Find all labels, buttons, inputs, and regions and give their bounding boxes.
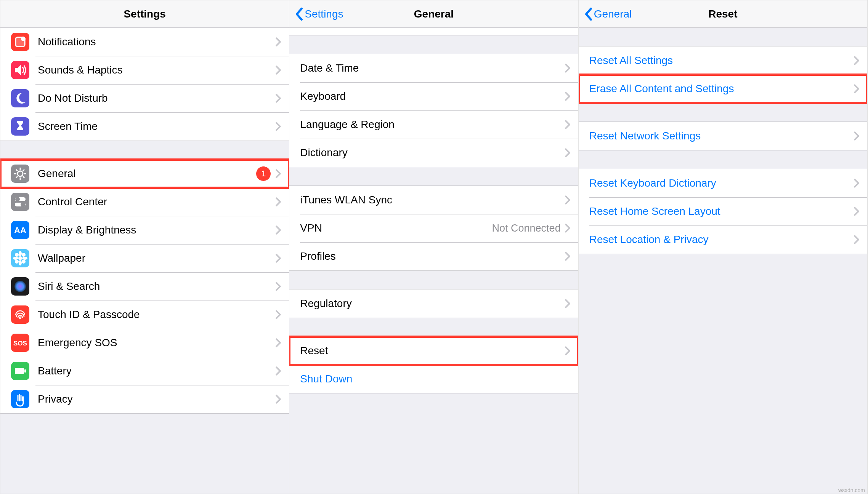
svg-marker-4 <box>18 65 21 75</box>
svg-rect-31 <box>15 368 24 374</box>
navbar-reset: General Reset <box>579 0 867 28</box>
row-label: Profiles <box>300 250 564 262</box>
chevron-right-icon <box>854 206 860 216</box>
chevron-left-icon <box>584 7 592 21</box>
row-label: Language & Region <box>300 118 564 131</box>
row-label: General <box>38 168 256 180</box>
row-erase-all-content-and-settings[interactable]: Erase All Content and Settings <box>579 75 867 103</box>
row-profiles[interactable]: Profiles <box>289 242 578 270</box>
chevron-right-icon <box>565 299 571 309</box>
row-label: Regulatory <box>300 297 564 310</box>
row-battery[interactable]: Battery <box>0 357 289 385</box>
row-reset[interactable]: Reset <box>289 337 578 365</box>
row-label: Notifications <box>38 36 275 48</box>
svg-point-21 <box>19 260 22 265</box>
svg-rect-32 <box>24 369 26 372</box>
fingerprint-icon <box>11 305 29 324</box>
row-language-region[interactable]: Language & Region <box>289 110 578 139</box>
row-dictionary[interactable]: Dictionary <box>289 139 578 167</box>
row-reset-keyboard-dictionary[interactable]: Reset Keyboard Dictionary <box>579 169 867 197</box>
gear-icon <box>11 165 29 183</box>
row-label: Touch ID & Passcode <box>38 309 275 321</box>
chevron-right-icon <box>565 63 571 73</box>
row-keyboard[interactable]: Keyboard <box>289 82 578 110</box>
row-general[interactable]: General1 <box>0 160 289 188</box>
row-emergency-sos[interactable]: SOSEmergency SOS <box>0 329 289 357</box>
row-label: VPN <box>300 222 492 234</box>
row-label: Sounds & Haptics <box>38 64 275 76</box>
row-date-time[interactable]: Date & Time <box>289 54 578 82</box>
chevron-right-icon <box>854 56 860 66</box>
chevron-right-icon <box>275 197 281 207</box>
svg-point-23 <box>22 257 27 260</box>
row-label: Privacy <box>38 393 275 405</box>
chevron-right-icon <box>275 366 281 376</box>
row-screen-time[interactable]: Screen Time <box>0 112 289 141</box>
row-reset-home-screen-layout[interactable]: Reset Home Screen Layout <box>579 197 867 225</box>
row-label: Dictionary <box>300 147 564 159</box>
chevron-right-icon <box>275 281 281 291</box>
sounds-icon <box>11 61 29 79</box>
chevron-right-icon <box>275 310 281 320</box>
svg-point-29 <box>19 317 21 318</box>
settings-list[interactable]: NotificationsSounds & HapticsDo Not Dist… <box>0 28 289 494</box>
back-label: Settings <box>305 8 343 20</box>
row-label: Reset Network Settings <box>589 130 854 142</box>
chevron-right-icon <box>565 148 571 158</box>
row-display-brightness[interactable]: AADisplay & Brightness <box>0 216 289 244</box>
chevron-right-icon <box>275 253 281 263</box>
hourglass-icon <box>11 117 29 136</box>
reset-list[interactable]: Reset All SettingsErase All Content and … <box>579 28 867 494</box>
svg-line-11 <box>23 176 24 178</box>
row-touch-id-passcode[interactable]: Touch ID & Passcode <box>0 301 289 329</box>
chevron-right-icon <box>854 235 860 245</box>
row-label: Siri & Search <box>38 280 275 293</box>
chevron-right-icon <box>275 394 281 404</box>
row-notifications[interactable]: Notifications <box>0 28 289 56</box>
chevron-right-icon <box>275 93 281 103</box>
row-siri-search[interactable]: Siri & Search <box>0 272 289 301</box>
svg-point-15 <box>15 197 20 201</box>
svg-point-5 <box>18 171 23 176</box>
chevron-right-icon <box>275 122 281 131</box>
reset-panel: General Reset Reset All SettingsErase Al… <box>579 0 868 494</box>
row-label: Reset All Settings <box>589 54 854 67</box>
svg-point-24 <box>15 253 19 257</box>
row-label: Shut Down <box>300 373 570 385</box>
hand-icon <box>11 390 29 408</box>
chevron-right-icon <box>854 131 860 141</box>
svg-point-20 <box>19 251 22 256</box>
svg-line-13 <box>16 176 18 178</box>
row-detail: Not Connected <box>492 222 561 234</box>
siri-icon <box>11 277 29 296</box>
svg-point-22 <box>13 257 18 260</box>
row-sounds-haptics[interactable]: Sounds & Haptics <box>0 56 289 84</box>
row-itunes-wlan-sync[interactable]: iTunes WLAN Sync <box>289 186 578 214</box>
row-shut-down[interactable]: Shut Down <box>289 365 578 393</box>
row-label: Display & Brightness <box>38 224 275 236</box>
row-reset-location-privacy[interactable]: Reset Location & Privacy <box>579 225 867 254</box>
svg-point-17 <box>21 202 25 207</box>
row-control-center[interactable]: Control Center <box>0 188 289 216</box>
row-privacy[interactable]: Privacy <box>0 385 289 413</box>
general-list[interactable]: Date & TimeKeyboardLanguage & RegionDict… <box>289 28 578 494</box>
svg-line-10 <box>16 169 18 171</box>
row-reset-all-settings[interactable]: Reset All Settings <box>579 46 867 75</box>
chevron-right-icon <box>565 251 571 261</box>
back-button[interactable]: General <box>584 7 632 21</box>
row-do-not-disturb[interactable]: Do Not Disturb <box>0 84 289 112</box>
row-regulatory[interactable]: Regulatory <box>289 289 578 318</box>
back-button[interactable]: Settings <box>295 7 343 21</box>
flower-icon <box>11 249 29 267</box>
sos-icon: SOS <box>11 334 29 352</box>
switches-icon <box>11 193 29 211</box>
row-vpn[interactable]: VPNNot Connected <box>289 214 578 242</box>
svg-rect-3 <box>15 68 18 72</box>
chevron-right-icon <box>275 169 281 179</box>
svg-point-26 <box>15 260 19 264</box>
row-reset-network-settings[interactable]: Reset Network Settings <box>579 122 867 150</box>
chevron-right-icon <box>854 84 860 94</box>
row-wallpaper[interactable]: Wallpaper <box>0 244 289 272</box>
svg-text:AA: AA <box>14 225 26 235</box>
row-label: Reset Location & Privacy <box>589 233 854 246</box>
